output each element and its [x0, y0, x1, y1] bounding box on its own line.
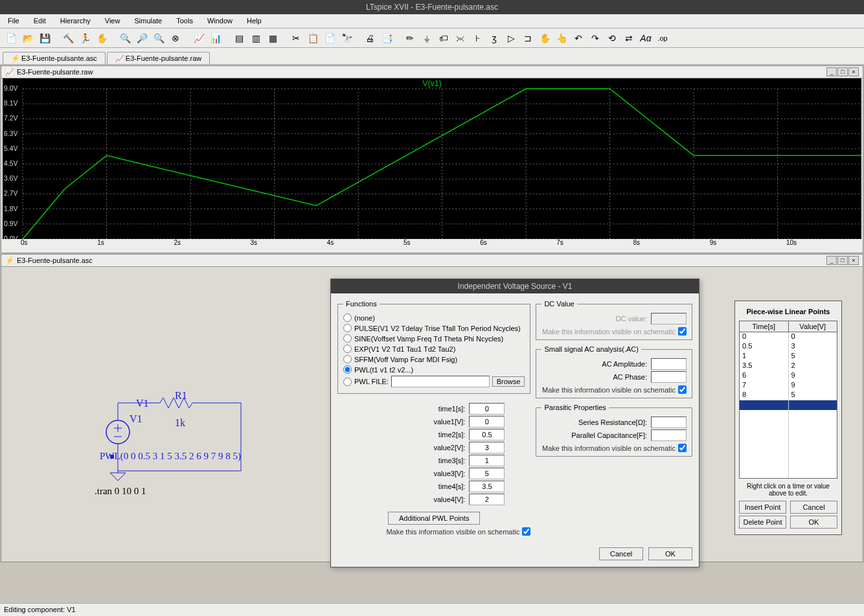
pwl-field-7[interactable] [469, 494, 505, 505]
pwl-table[interactable]: Time[s]Value[V] 000.53153.52697985 [739, 321, 837, 479]
ac-phase-input[interactable] [651, 371, 687, 383]
close-icon[interactable]: × [848, 256, 859, 265]
table-row[interactable] [740, 439, 837, 449]
print-icon[interactable]: 🖨 [363, 31, 377, 45]
label-icon[interactable]: 🏷 [437, 31, 451, 45]
table-row[interactable] [740, 429, 837, 439]
cascade-icon[interactable]: ▦ [266, 31, 280, 45]
save-icon[interactable]: 💾 [38, 31, 52, 45]
pwl-field-1[interactable] [469, 416, 505, 428]
draw-wire-icon[interactable]: ✏ [403, 31, 417, 45]
fn-pwl-radio[interactable] [343, 365, 352, 374]
fn-pulse-radio[interactable] [343, 324, 352, 332]
pwl-field-0[interactable] [469, 403, 505, 415]
plot-settings-icon[interactable]: 📊 [209, 31, 223, 45]
browse-button[interactable]: Browse [492, 376, 525, 387]
pwl-text[interactable]: PWL(0 0 0.5 3 1 5 3.5 2 6 9 7 9 8 5) [100, 451, 241, 462]
menu-help[interactable]: Help [244, 16, 264, 27]
fn-pwlfile-radio[interactable] [343, 378, 352, 386]
inductor-icon[interactable]: ʒ [487, 31, 501, 45]
table-row[interactable]: 69 [740, 371, 837, 381]
drag-icon[interactable]: 👆 [554, 31, 569, 45]
table-row[interactable] [740, 459, 837, 468]
rotate-icon[interactable]: ⟲ [605, 31, 619, 45]
fn-sine-radio[interactable] [343, 334, 352, 343]
fn-sffm-radio[interactable] [343, 355, 352, 363]
copy-icon[interactable]: 📋 [306, 31, 320, 45]
move-icon[interactable]: ✋ [538, 31, 552, 45]
dc-visible-chk[interactable] [678, 327, 687, 336]
ac-amp-input[interactable] [651, 358, 687, 370]
hammer-icon[interactable]: 🔨 [61, 31, 75, 45]
table-row[interactable]: 3.52 [740, 361, 837, 371]
component-icon[interactable]: ⊐ [521, 31, 535, 45]
parallel-c-input[interactable] [651, 429, 687, 441]
table-row[interactable] [740, 400, 837, 410]
zoom-in-icon[interactable]: 🔍 [118, 31, 132, 45]
insert-point-button[interactable]: Insert Point [739, 501, 786, 514]
r1-name[interactable]: R1 [175, 390, 187, 402]
menu-simulate[interactable]: Simulate [131, 16, 165, 27]
menu-tools[interactable]: Tools [174, 16, 196, 27]
series-r-input[interactable] [651, 416, 687, 428]
capacitor-icon[interactable]: ⊦ [470, 31, 484, 45]
v1-name[interactable]: V1 [136, 398, 149, 409]
visible-schematic-chk[interactable] [522, 527, 530, 536]
table-row[interactable] [740, 449, 837, 459]
find-icon[interactable]: 🔭 [339, 31, 354, 45]
paste-icon[interactable]: 📄 [323, 31, 337, 45]
ground-icon[interactable]: ⏚ [420, 31, 434, 45]
pwl-field-2[interactable] [469, 429, 505, 440]
table-row[interactable] [740, 420, 837, 429]
table-row[interactable] [740, 468, 837, 478]
diode-icon[interactable]: ▷ [504, 31, 518, 45]
mirror-icon[interactable]: ⇄ [622, 31, 636, 45]
pwl-field-6[interactable] [469, 481, 505, 492]
table-row[interactable]: 79 [740, 381, 837, 391]
minimize-icon[interactable]: _ [826, 256, 837, 265]
v1-node[interactable]: V1 [130, 413, 142, 425]
plot-area[interactable]: 0.0V0.9V1.8V2.7V3.6V4.5V5.4V6.3V7.2V8.1V… [3, 78, 861, 239]
zoom-fit-icon[interactable]: ⊗ [168, 31, 183, 45]
table-row[interactable] [740, 410, 837, 420]
table-row[interactable]: 00 [740, 332, 837, 342]
pwl-field-4[interactable] [469, 455, 505, 466]
tile-v-icon[interactable]: ▥ [249, 31, 263, 45]
run-icon[interactable]: 🏃 [78, 31, 92, 45]
table-row[interactable]: 15 [740, 352, 837, 361]
spice-directive-icon[interactable]: .op [655, 31, 670, 45]
print-setup-icon[interactable]: 📑 [380, 31, 394, 45]
minimize-icon[interactable]: _ [826, 67, 837, 76]
tile-h-icon[interactable]: ▤ [232, 31, 246, 45]
menu-file[interactable]: File [5, 16, 22, 27]
r1-value[interactable]: 1k [175, 417, 185, 429]
pwl-field-5[interactable] [469, 468, 505, 479]
open-icon[interactable]: 📂 [21, 31, 35, 45]
menu-view[interactable]: View [102, 16, 123, 27]
par-visible-chk[interactable] [678, 444, 687, 452]
fn-exp-radio[interactable] [343, 345, 352, 353]
zoom-pan-icon[interactable]: 🔎 [135, 31, 149, 45]
fn-none-radio[interactable] [343, 314, 352, 322]
close-icon[interactable]: × [848, 67, 859, 76]
undo-icon[interactable]: ↶ [571, 31, 585, 45]
cut-icon[interactable]: ✂ [289, 31, 303, 45]
resistor-icon[interactable]: ⩙ [453, 31, 468, 45]
maximize-icon[interactable]: □ [837, 256, 848, 265]
table-row[interactable]: 0.53 [740, 342, 837, 352]
autoscale-icon[interactable]: 📈 [192, 31, 206, 45]
ok-button[interactable]: OK [648, 547, 692, 560]
zoom-out-icon[interactable]: 🔍 [152, 31, 166, 45]
tab-waveform[interactable]: 📈E3-Fuente-pulsante.raw [107, 52, 210, 64]
additional-pwl-button[interactable]: Additional PWL Points [388, 512, 480, 525]
stop-icon[interactable]: ✋ [95, 31, 109, 45]
maximize-icon[interactable]: □ [837, 67, 848, 76]
pwlfile-input[interactable] [391, 376, 490, 387]
new-icon[interactable]: 📄 [4, 31, 18, 45]
table-row[interactable]: 85 [740, 391, 837, 400]
pwl-field-3[interactable] [469, 442, 505, 453]
menu-window[interactable]: Window [205, 16, 235, 27]
menu-edit[interactable]: Edit [31, 16, 49, 27]
delete-point-button[interactable]: Delete Point [739, 516, 786, 529]
tab-schematic[interactable]: ⚡E3-Fuente-pulsante.asc [3, 52, 106, 64]
